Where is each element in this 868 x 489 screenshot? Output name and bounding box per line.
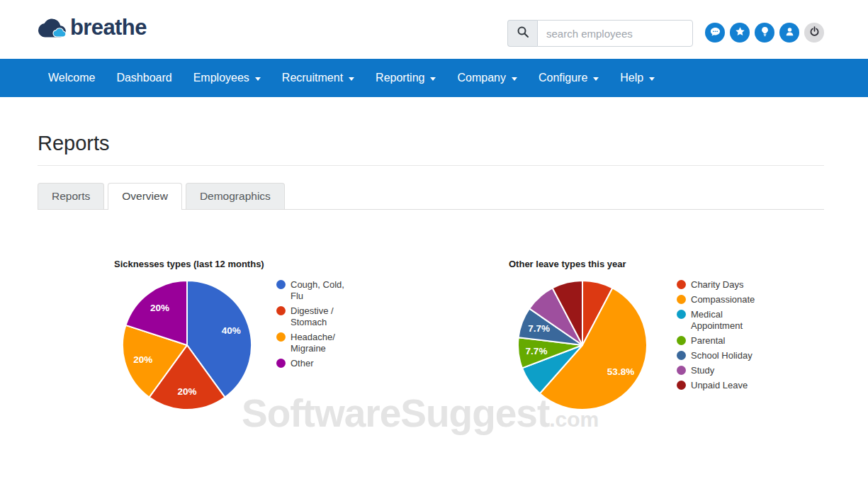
legend-label: Study — [691, 365, 714, 376]
page-title: Reports — [38, 131, 824, 166]
nav-item-label: Configure — [539, 72, 587, 84]
nav-item-configure[interactable]: Configure — [528, 72, 609, 84]
legend-label: Unpaid Leave — [691, 380, 748, 391]
sickness-types-chart: Sicknesses types (last 12 months)40%20%2… — [99, 257, 439, 427]
nav-item-label: Help — [620, 72, 643, 84]
other-leave-types-chart: Other leave types this year53.8%7.7%7.7%… — [489, 257, 829, 427]
legend-item: Cough, Cold, Flu — [276, 279, 358, 302]
pie-chart: 40%20%20%20% — [120, 278, 254, 412]
legend-color-dot — [677, 295, 686, 304]
legend-label: School Holiday — [691, 350, 753, 361]
legend-color-dot — [677, 351, 686, 360]
legend-color-dot — [677, 310, 686, 319]
legend-item: Headache/ Migraine — [276, 332, 358, 354]
slice-percentage-label: 20% — [133, 354, 152, 365]
legend-label: Other — [291, 358, 314, 369]
chevron-down-icon — [649, 77, 655, 81]
nav-item-label: Dashboard — [116, 72, 171, 84]
legend-color-dot — [276, 306, 286, 315]
legend-color-dot — [276, 359, 286, 368]
header: breathe — [0, 0, 868, 59]
nav-item-label: Employees — [193, 72, 249, 84]
chart-legend: Charity DaysCompassionateMedical Appoint… — [677, 279, 758, 391]
header-icon-buttons — [705, 23, 824, 43]
search-input[interactable] — [537, 20, 693, 47]
legend-label: Medical Appointment — [691, 309, 758, 332]
chart-title: Sicknesses types (last 12 months) — [114, 259, 264, 269]
legend-item: Unpaid Leave — [677, 380, 758, 391]
chart-title: Other leave types this year — [509, 259, 626, 269]
user-icon-button[interactable] — [779, 23, 799, 43]
legend-label: Parental — [691, 335, 725, 347]
logo-wordmark: breathe — [70, 16, 147, 41]
slice-percentage-label: 53.8% — [607, 366, 634, 377]
nav-item-dashboard[interactable]: Dashboard — [106, 72, 182, 84]
cloud-logo-icon — [38, 14, 68, 43]
chat-icon — [710, 26, 721, 40]
star-icon-button[interactable] — [730, 23, 750, 43]
nav-item-company[interactable]: Company — [446, 72, 527, 84]
tab-demographics[interactable]: Demographics — [186, 183, 285, 209]
nav-item-help[interactable]: Help — [609, 72, 665, 84]
chevron-down-icon — [255, 77, 261, 81]
legend-color-dot — [677, 366, 686, 375]
legend-color-dot — [677, 280, 686, 289]
legend-label: Cough, Cold, Flu — [291, 279, 358, 302]
legend-label: Digestive / Stomach — [291, 305, 358, 328]
legend-item: Parental — [677, 335, 758, 347]
nav-item-label: Reporting — [376, 72, 424, 84]
user-icon — [784, 26, 795, 40]
lightbulb-icon — [760, 26, 770, 40]
legend-color-dot — [276, 280, 286, 289]
slice-percentage-label: 20% — [177, 386, 196, 397]
chart-legend: Cough, Cold, FluDigestive / StomachHeada… — [276, 279, 358, 369]
slice-percentage-label: 20% — [150, 303, 169, 313]
legend-item: Charity Days — [677, 279, 758, 291]
nav-item-employees[interactable]: Employees — [183, 72, 271, 84]
legend-color-dot — [276, 332, 286, 342]
chevron-down-icon — [593, 77, 599, 81]
slice-percentage-label: 40% — [222, 325, 241, 336]
nav-item-welcome[interactable]: Welcome — [38, 72, 106, 84]
tab-bar: ReportsOverviewDemographics — [38, 183, 824, 210]
power-icon — [809, 26, 820, 40]
legend-label: Compassionate — [691, 294, 755, 305]
nav-item-reporting[interactable]: Reporting — [365, 72, 446, 84]
star-icon — [735, 26, 745, 40]
chevron-down-icon — [349, 77, 354, 81]
pie-chart: 53.8%7.7%7.7% — [515, 278, 650, 412]
legend-item: Digestive / Stomach — [276, 305, 358, 328]
legend-item: Compassionate — [677, 294, 758, 305]
search-icon — [517, 26, 529, 41]
lightbulb-icon-button[interactable] — [755, 23, 774, 43]
tab-reports[interactable]: Reports — [38, 183, 104, 209]
nav-item-label: Welcome — [48, 72, 95, 84]
search-button[interactable] — [507, 20, 537, 47]
main-navigation: WelcomeDashboardEmployeesRecruitmentRepo… — [0, 59, 868, 97]
chat-icon-button[interactable] — [705, 23, 725, 43]
search-bar — [507, 20, 693, 47]
legend-label: Charity Days — [691, 279, 743, 291]
legend-label: Headache/ Migraine — [291, 332, 358, 354]
chevron-down-icon — [512, 77, 517, 81]
legend-color-dot — [677, 381, 686, 390]
tab-overview[interactable]: Overview — [108, 183, 182, 210]
chevron-down-icon — [430, 77, 436, 81]
app-window: SoftwareSuggest .com breathe WelcomeDash — [0, 0, 868, 489]
legend-color-dot — [677, 336, 686, 345]
slice-percentage-label: 7.7% — [526, 346, 548, 356]
nav-item-label: Recruitment — [282, 72, 343, 84]
power-icon-button[interactable] — [804, 23, 824, 43]
legend-item: Medical Appointment — [677, 309, 758, 332]
legend-item: School Holiday — [677, 350, 758, 361]
slice-percentage-label: 7.7% — [528, 323, 550, 334]
legend-item: Study — [677, 365, 758, 376]
nav-item-recruitment[interactable]: Recruitment — [271, 72, 365, 84]
legend-item: Other — [276, 358, 358, 369]
nav-item-label: Company — [457, 72, 505, 84]
breathe-logo[interactable]: breathe — [38, 14, 147, 43]
